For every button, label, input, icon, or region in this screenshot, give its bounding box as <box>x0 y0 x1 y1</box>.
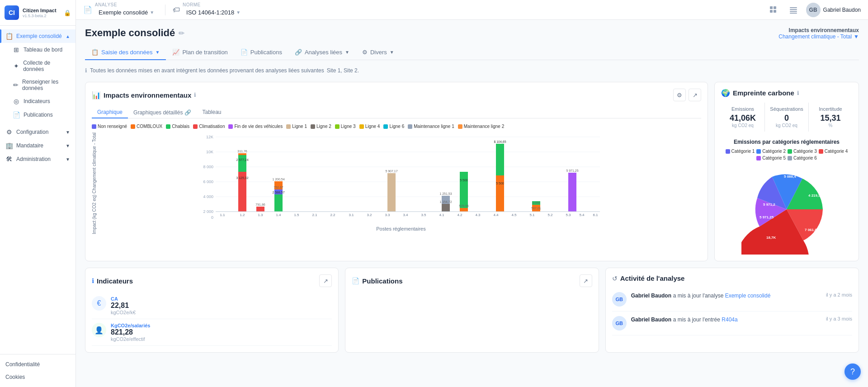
publications-title-row: 📄 Publications ↗ <box>352 274 592 287</box>
sub-tab-graphique[interactable]: Graphique <box>92 107 128 118</box>
impacts-info-icon[interactable]: ℹ <box>194 92 196 98</box>
sidebar-section-configuration[interactable]: ⚙ Configuration ▼ <box>0 125 75 139</box>
table-view-button[interactable] <box>786 3 801 17</box>
indicator-ca-unit: kgCO2e/k€ <box>111 310 136 315</box>
svg-rect-6 <box>790 9 797 10</box>
legend-label: Ligne 2 <box>316 124 331 129</box>
info-circle-icon: ℹ <box>92 277 94 284</box>
sidebar-item-collecte-de-donnees[interactable]: ✦ Collecte de données <box>0 57 75 76</box>
svg-text:8 000: 8 000 <box>203 165 213 169</box>
legend-ligne1: Ligne 1 <box>286 124 307 129</box>
info-banner: ℹ Toutes les données mises en avant intè… <box>85 65 859 76</box>
carbon-info-icon[interactable]: ℹ <box>797 90 799 96</box>
tabs-bar: 📋 Saisie des données ▼ 📈 Plan de transit… <box>85 45 859 60</box>
bar-chart-svg: 12K 10K 8 000 6 000 4 000 2 000 0 <box>101 132 701 223</box>
tab-plan-de-transition[interactable]: 📈 Plan de transition <box>166 45 234 60</box>
chevron-down-icon[interactable]: ▼ <box>854 33 859 40</box>
legend-label: Catégorie 3 <box>793 149 817 154</box>
svg-text:5.1: 5.1 <box>529 213 535 217</box>
emissions-label: Emissions <box>725 106 761 112</box>
main-content: 📄 ANALYSE Exemple consolidé ▼ 🏷 NORME IS… <box>76 0 868 387</box>
publications-expand-button[interactable]: ↗ <box>580 274 592 287</box>
grid-view-button[interactable] <box>766 3 781 17</box>
svg-text:567,01: 567,01 <box>531 207 541 210</box>
svg-text:791,86: 791,86 <box>255 203 265 206</box>
publications-card-title: Publications <box>362 277 402 285</box>
topbar-norme-section: 🏷 NORME ISO 14064-1:2018 ▼ <box>173 2 244 18</box>
svg-text:1.5: 1.5 <box>294 213 299 217</box>
bar-combloux-3.5 <box>460 208 468 212</box>
sidebar-item-exemple-consolide[interactable]: 📋 Exemple consolidé ▲ <box>0 29 75 43</box>
topbar-norme-value: ISO 14064-1:2018 <box>186 9 234 16</box>
mandataire-icon: 🏢 <box>5 142 13 149</box>
topbar-analyse-section: 📄 ANALYSE Exemple consolidé ▼ <box>83 2 158 18</box>
activity-avatar-0: GB <box>612 292 627 307</box>
chevron-down-icon: ▼ <box>66 130 70 135</box>
legend-combloux: COMBLOUX <box>131 124 162 129</box>
topbar-right: GB Gabriel Baudon <box>766 3 861 17</box>
tab-divers[interactable]: ⚙ Divers ▼ <box>356 45 401 60</box>
indicator-ca-name: CA <box>111 296 136 302</box>
topbar-analyse-dropdown[interactable]: Exemple consolidé ▼ <box>95 7 158 18</box>
topbar-norme-dropdown[interactable]: ISO 14064-1:2018 ▼ <box>183 7 244 18</box>
sidebar-section-mandataire[interactable]: 🏢 Mandataire ▼ <box>0 139 75 152</box>
activity-link-1[interactable]: R404a <box>722 316 737 323</box>
chart-legend: Non renseigné COMBLOUX Chablais Climatis… <box>92 124 701 129</box>
svg-text:1 251,53: 1 251,53 <box>439 192 452 195</box>
sub-tab-tableau[interactable]: Tableau <box>197 107 226 118</box>
pie-label-cat3: 4 219,5 <box>808 194 821 198</box>
legend-label: Non renseigné <box>98 124 127 129</box>
sidebar-footer: Confidentialité Cookies <box>0 354 75 387</box>
impacts-export-button[interactable]: ↗ <box>689 89 701 101</box>
legend-label: Catégorie 4 <box>825 149 848 154</box>
svg-text:4.3: 4.3 <box>475 213 481 217</box>
legend-color-dot <box>166 124 170 129</box>
tab-publications[interactable]: 📄 Publications <box>234 45 288 60</box>
impacts-card-actions: ⚙ ↗ <box>673 89 701 101</box>
tab-saisie-des-donnees[interactable]: 📋 Saisie des données ▼ <box>85 45 166 60</box>
user-profile[interactable]: GB Gabriel Baudon <box>806 3 861 17</box>
sub-tab-graphiques-detailles[interactable]: Graphiques détaillés 🔗 <box>128 107 197 118</box>
user-avatar: GB <box>806 3 821 17</box>
svg-text:2 577,24: 2 577,24 <box>236 158 248 161</box>
table-icon <box>789 6 797 14</box>
legend-climatisation: Climatisation <box>193 124 225 129</box>
sidebar-item-renseigner-les-donnees[interactable]: ✏ Renseigner les données <box>0 76 75 94</box>
legend-color-dot <box>228 124 233 129</box>
tab-publications-label: Publications <box>250 49 282 56</box>
edit-title-icon[interactable]: ✏ <box>179 29 184 38</box>
sidebar-footer-confidentialite[interactable]: Confidentialité <box>0 358 75 371</box>
svg-rect-4 <box>772 6 773 9</box>
pie-legend-cat5: Catégorie 5 <box>756 156 786 160</box>
sidebar-footer-cookies[interactable]: Cookies <box>0 371 75 383</box>
activity-content-1: Gabriel Baudon a mis à jour l'entrée R40… <box>631 316 821 330</box>
impacts-settings-button[interactable]: ⚙ <box>673 89 686 101</box>
sidebar-item-indicateurs[interactable]: ◎ Indicateurs <box>0 94 75 108</box>
tab-divers-label: Divers <box>370 49 387 56</box>
help-bubble[interactable]: ? <box>844 363 861 380</box>
globe-icon: 🌍 <box>721 89 730 97</box>
tab-analyses-liees[interactable]: 🔗 Analyses liées ▼ <box>288 45 356 60</box>
item-icon: ✏ <box>13 81 19 89</box>
legend-color-dot <box>131 124 135 129</box>
lock-icon[interactable]: 🔒 <box>64 9 71 16</box>
legend-fin-de-vie: Fin de vie des véhicules <box>228 124 283 129</box>
pie-legend-cat3: Catégorie 3 <box>788 149 817 154</box>
sidebar-item-tableau-de-bord[interactable]: ⊞ Tableau de bord <box>0 43 75 57</box>
svg-text:12K: 12K <box>206 135 213 139</box>
page-content: Exemple consolidé ✏ Impacts environnemen… <box>76 20 868 387</box>
pie-legend: Catégorie 1 Catégorie 2 Catégorie 3 Caté… <box>721 149 852 160</box>
sidebar: CI Citizen Impact v1.5.3-beta.2 🔒 📋 Exem… <box>0 0 76 387</box>
svg-text:2 000: 2 000 <box>203 209 213 214</box>
item-icon: 📄 <box>13 111 20 118</box>
bar-chablais-1.2 <box>238 155 246 172</box>
incertitude-value: 15,31 <box>812 113 849 123</box>
activity-link-0[interactable]: Exemple consolidé <box>725 293 771 299</box>
svg-text:4.2: 4.2 <box>457 213 462 217</box>
svg-text:1 050: 1 050 <box>532 201 540 204</box>
sidebar-item-publications[interactable]: 📄 Publications <box>0 108 75 122</box>
sidebar-section-administration[interactable]: 🛠 Administration ▼ <box>0 152 75 166</box>
indicateurs-expand-button[interactable]: ↗ <box>319 274 332 287</box>
svg-text:3.5: 3.5 <box>421 213 426 217</box>
bar-combloux-1.2 <box>238 153 246 155</box>
